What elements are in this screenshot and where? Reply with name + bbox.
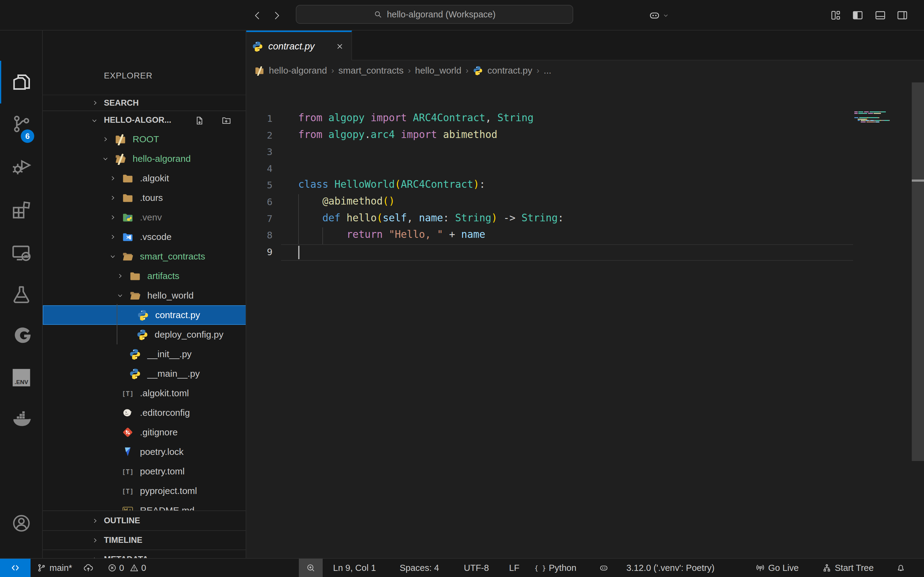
status-go-live[interactable]: Go Live xyxy=(755,559,799,577)
activity-item-run-debug[interactable] xyxy=(0,145,43,187)
status-indentation[interactable]: Spaces: 4 xyxy=(400,559,439,577)
line-number: 5 xyxy=(246,179,273,190)
tree-item-hello-algorand[interactable]: hello-algorand xyxy=(43,149,246,169)
status-line-col[interactable]: Ln 9, Col 1 xyxy=(333,559,376,577)
activity-item-remote-explorer[interactable] xyxy=(0,231,43,274)
tree-item-contract-py[interactable]: contract.py xyxy=(43,305,246,325)
token: import xyxy=(401,129,437,140)
tree-item--main-py[interactable]: __main__.py xyxy=(43,364,246,384)
tree-item-label: .vscode xyxy=(140,232,171,242)
scrollbar-thumb[interactable] xyxy=(912,82,924,461)
tree-item--venv[interactable]: .venv xyxy=(43,208,246,227)
error-count: 0 xyxy=(119,563,124,573)
customize-layout-icon[interactable] xyxy=(830,10,842,21)
tree-item--gitignore[interactable]: .gitignore xyxy=(43,422,246,442)
tree-item--algokit[interactable]: .algokit xyxy=(43,169,246,188)
code-area[interactable]: 1from algopy import ARC4Contract, String… xyxy=(246,31,924,558)
explorer-sidebar: EXPLORERSEARCHHELLO-ALGOR...ROOThello-al… xyxy=(43,31,246,558)
tree-item-label: artifacts xyxy=(147,271,179,281)
token xyxy=(437,129,443,140)
status-language[interactable]: { }Python xyxy=(535,559,576,577)
section-metadata[interactable]: METADATA xyxy=(43,550,246,558)
minimap-segment xyxy=(874,113,881,114)
section-label: METADATA xyxy=(104,555,148,558)
code-line-1: from algopy import ARC4Contract, String xyxy=(298,112,533,124)
search-icon xyxy=(373,10,383,19)
status-eol[interactable]: LF xyxy=(509,559,519,577)
tree-item-artifacts[interactable]: artifacts xyxy=(43,266,246,286)
tree-item-poetry-toml[interactable]: [T]poetry.toml xyxy=(43,462,246,481)
git-branch-item[interactable]: main* xyxy=(37,559,72,577)
section-timeline[interactable]: TIMELINE xyxy=(43,530,246,550)
tree-item-label: hello_world xyxy=(147,290,194,301)
section-outline[interactable]: OUTLINE xyxy=(43,511,246,530)
copilot-chevron-icon[interactable] xyxy=(662,12,669,19)
token: ARC4Contract xyxy=(413,112,485,124)
tree-item-label: poetry.lock xyxy=(140,446,184,457)
tree-item--algokit-toml[interactable]: [T].algokit.toml xyxy=(43,384,246,403)
forward-button[interactable] xyxy=(271,10,282,21)
copilot-icon[interactable] xyxy=(648,9,661,21)
tree-item-readme-md[interactable]: README.md xyxy=(43,501,246,511)
status-python-env[interactable]: 3.12.0 ('.venv': Poetry) xyxy=(627,559,714,577)
tree-item--tours[interactable]: .tours xyxy=(43,188,246,208)
activity-item-docker[interactable] xyxy=(0,397,43,440)
activity-item-testing[interactable] xyxy=(0,273,43,316)
token: : xyxy=(479,179,485,190)
token: , xyxy=(407,212,419,224)
tree-item-deploy-config-py[interactable]: deploy_config.py xyxy=(43,325,246,344)
minimap-segment xyxy=(864,111,869,112)
minimap-segment xyxy=(861,121,866,122)
token xyxy=(340,212,347,224)
chevron-right-icon xyxy=(109,234,116,240)
status-encoding[interactable]: UTF-8 xyxy=(464,559,489,577)
panel-right-icon[interactable] xyxy=(897,10,908,21)
token: String xyxy=(522,212,557,224)
minimap-line xyxy=(855,119,867,120)
panel-bottom-icon[interactable] xyxy=(874,10,886,21)
copilot-small-icon xyxy=(599,563,609,573)
zoom-indicator[interactable] xyxy=(299,559,323,577)
token: : xyxy=(443,212,455,224)
activity-item-source-control[interactable]: 6 xyxy=(0,103,43,145)
minimap-segment xyxy=(864,113,867,114)
sync-icon[interactable] xyxy=(83,559,94,577)
activity-item-gitlens[interactable] xyxy=(0,314,43,357)
tree-item--editorconfig[interactable]: .editorconfig xyxy=(43,403,246,422)
editorconfig-icon xyxy=(122,407,134,419)
chevron-down-icon xyxy=(102,155,109,162)
tree-item--init-py[interactable]: __init__.py xyxy=(43,344,246,364)
token xyxy=(298,229,347,240)
tree-icon xyxy=(822,563,832,573)
activity-item-extensions[interactable] xyxy=(0,188,43,231)
minimap[interactable] xyxy=(853,80,906,202)
status-notifications[interactable] xyxy=(896,559,906,577)
back-button[interactable] xyxy=(252,10,263,21)
status-label: Ln 9, Col 1 xyxy=(333,563,376,573)
tree-item-hello-world[interactable]: hello_world xyxy=(43,286,246,305)
tree-item-poetry-lock[interactable]: poetry.lock xyxy=(43,442,246,462)
vscode-window: hello-algorand (Workspace) 6.ENV1 EXPLOR… xyxy=(0,0,924,577)
token: from xyxy=(298,112,322,124)
branch-label: main* xyxy=(50,563,72,573)
broadcast-icon xyxy=(755,563,765,573)
problems-item[interactable]: 00 xyxy=(108,559,146,577)
activity-item-explorer[interactable] xyxy=(0,61,43,103)
tree-item-label: smart_contracts xyxy=(140,251,205,262)
tree-item--vscode[interactable]: .vscode xyxy=(43,227,246,247)
activity-item-dotenv[interactable]: .ENV xyxy=(0,356,43,399)
panel-left-icon[interactable] xyxy=(852,10,864,21)
svg-text:[T]: [T] xyxy=(122,390,134,398)
gitignore-icon xyxy=(122,426,134,438)
tree-item-pyproject-toml[interactable]: [T]pyproject.toml xyxy=(43,481,246,501)
activity-item-accounts[interactable] xyxy=(0,502,43,545)
command-center[interactable]: hello-algorand (Workspace) xyxy=(296,5,573,24)
tree-item-smart-contracts[interactable]: smart_contracts xyxy=(43,247,246,266)
tree-item-root[interactable]: ROOT xyxy=(43,129,246,149)
token: name xyxy=(419,212,443,224)
token: HelloWorld xyxy=(334,179,394,190)
status-start-tree[interactable]: Start Tree xyxy=(822,559,874,577)
status-label: 3.12.0 ('.venv': Poetry) xyxy=(627,563,714,573)
status-copilot[interactable] xyxy=(599,559,609,577)
remote-indicator[interactable] xyxy=(0,559,31,577)
